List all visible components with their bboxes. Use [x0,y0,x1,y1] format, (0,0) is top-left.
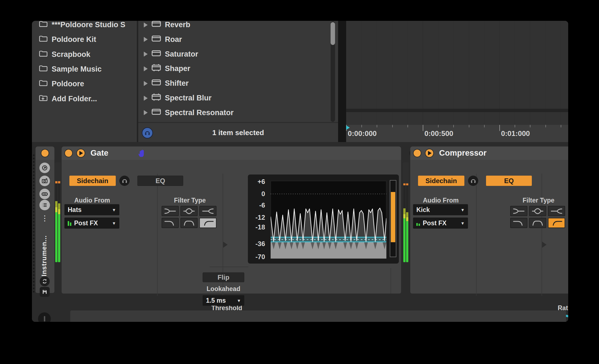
module-icon [151,21,161,30]
filter-bell-button[interactable] [529,218,546,228]
folder-row[interactable]: Add Folder... [39,92,136,106]
device-row[interactable]: Shifter [144,76,327,91]
gate-device-body: Sidechain EQ Audio From Hats ▼ Post FX ▼… [62,160,401,294]
rack-activator-led[interactable] [41,149,49,157]
disclosure-triangle-icon[interactable] [144,96,148,101]
info-icon[interactable] [38,312,51,322]
filter-bell-button[interactable] [180,218,198,228]
ruler-tick [377,125,377,127]
device-row[interactable]: Spectral Blur [144,91,327,105]
gate-listen-headphone-icon[interactable] [119,176,130,186]
ruler-tick [530,125,530,127]
gate-preview-play-button[interactable] [76,149,85,158]
gate-lookahead-label: Lookahead [196,285,251,293]
camera-icon[interactable] [39,176,50,186]
gate-sidechain-button[interactable]: Sidechain [69,176,116,186]
compressor-activator-led[interactable] [413,149,421,157]
device-row[interactable]: Spectral Resonator [144,105,327,120]
detail-view: ... Instrumen... Gate [32,142,568,322]
filter-band-split-button[interactable] [548,206,565,216]
compressor-filter-type-grid [510,206,565,228]
folder-row[interactable]: Sample Music [39,62,136,77]
pill-icon[interactable] [39,189,50,199]
compressor-audio-from-select[interactable]: Kick ▼ [413,204,468,215]
gate-routing-select[interactable]: Post FX ▼ [64,218,119,229]
filter-band-split-button[interactable] [199,206,217,216]
time-ruler[interactable]: 0:00:0000:00:5000:01:000 [346,125,568,142]
folder-row[interactable]: Poldoore Kit [39,32,136,47]
compressor-titlebar[interactable]: Compressor [410,146,568,160]
device-label: Spectral Blur [165,94,212,102]
rack-strip[interactable]: ... Instrumen... [36,160,54,293]
gate-visualization: +60-6-12-18-36-70 [248,175,399,264]
chevron-down-icon: ▼ [112,221,116,226]
disclosure-triangle-icon[interactable] [144,22,148,27]
ruler-time-label: 0:00:000 [348,129,377,138]
hotswap-icon[interactable] [40,276,50,286]
device-row[interactable]: Saturator [144,47,327,62]
folder-row[interactable]: Scrapbook [39,47,136,62]
gate-lookahead-select[interactable]: 1.5 ms ▼ [203,295,244,306]
folder-row[interactable]: ***Poldoore Studio S [39,21,136,32]
gate-routing-value: Post FX [74,219,98,227]
compressor-sidechain-button[interactable]: Sidechain [418,176,464,186]
device-label: Saturator [165,50,198,59]
disclosure-triangle-icon[interactable] [144,81,148,86]
compressor-preview-play-button[interactable] [425,149,434,158]
arrow-circle-icon[interactable] [39,163,50,173]
browser-scrollbar[interactable] [331,21,335,122]
filter-high-shelf-button[interactable] [548,218,565,228]
ruler-tick [469,125,469,127]
compressor-filter-type-label: Filter Type [511,197,566,204]
rack-titlebar[interactable] [36,146,54,160]
viz-db-tick-label: -12 [255,214,265,221]
device-label: Shaper [165,64,190,73]
gate-activator-led[interactable] [64,149,73,157]
ruler-tick [438,125,439,127]
browser-status-text: 1 item selected [138,128,338,137]
folder-icon [39,35,48,44]
ableton-live-screen: ***Poldoore Studio SPoldoore KitScrapboo… [0,0,599,364]
browser-scrollbar-thumb[interactable] [331,22,335,45]
device-row[interactable]: Roar [144,32,327,47]
folder-icon [39,79,48,89]
detail-edge-handle[interactable] [33,155,34,293]
compressor-audio-from-value: Kick [416,206,430,214]
track-meter-left [55,162,61,262]
device-row[interactable]: Reverb [144,21,327,32]
folder-row[interactable]: Poldoore [39,77,136,91]
compressor-listen-headphone-icon[interactable] [468,176,478,186]
device-row[interactable]: Shaper [144,61,327,76]
gate-audio-from-select[interactable]: Hats ▼ [64,204,119,215]
save-icon[interactable] [40,287,50,297]
disclosure-triangle-icon[interactable] [144,37,148,42]
filter-low-shelf-button[interactable] [162,218,179,228]
filter-low-shelf-button[interactable] [510,218,527,228]
device-label: Reverb [165,21,190,29]
compressor-signal-flow-icon [542,242,547,248]
folder-label: Add Folder... [52,95,97,103]
rack-title-vertical[interactable]: Instrumen... [40,226,48,276]
ruler-time-label: 0:00:500 [424,129,453,138]
filter-high-shelf-button[interactable] [199,218,217,228]
gate-flip-button[interactable]: Flip [203,272,244,282]
ruler-tick [423,125,423,131]
disclosure-triangle-icon[interactable] [144,110,148,115]
ruler-tick [499,125,500,131]
module-icon [151,49,161,59]
compressor-routing-select[interactable]: Post FX ▼ [413,218,468,229]
disclosure-triangle-icon[interactable] [144,52,148,57]
filter-band-pass-button[interactable] [529,206,546,216]
gate-titlebar[interactable]: Gate [62,146,401,160]
disclosure-triangle-icon[interactable] [144,66,148,71]
pane-gap [338,21,346,142]
compressor-eq-button[interactable]: EQ [486,176,532,186]
gate-eq-button[interactable]: EQ [137,176,183,186]
filter-band-pass-button[interactable] [180,206,198,216]
compressor-audio-from-label: Audio From [413,197,469,204]
filter-band-reject-button[interactable] [162,206,179,216]
filter-band-reject-button[interactable] [510,206,527,216]
list-icon[interactable] [39,200,50,210]
arrangement-area[interactable] [346,21,568,125]
browser-folders-pane: ***Poldoore Studio SPoldoore KitScrapboo… [32,21,137,142]
